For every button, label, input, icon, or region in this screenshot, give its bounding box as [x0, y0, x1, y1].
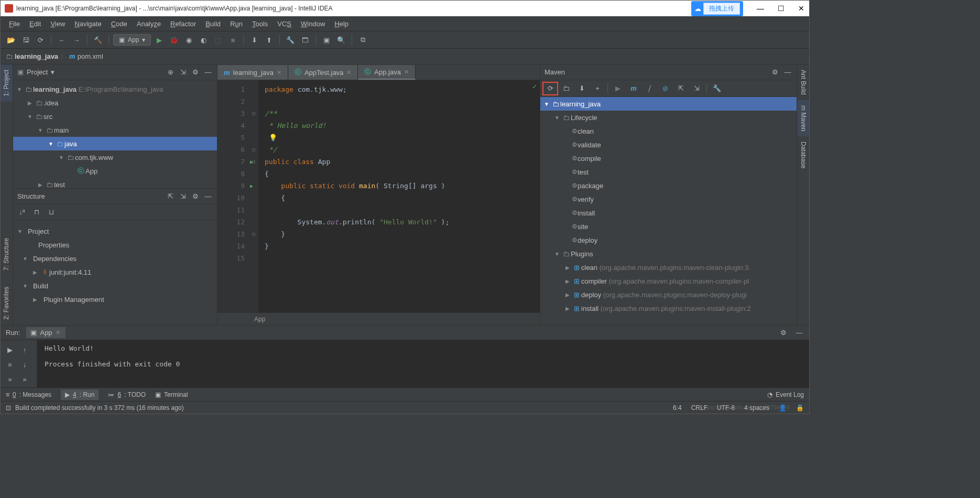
tree-row-idea[interactable]: ▶ 🗀 .idea: [13, 96, 217, 110]
tree-row-main[interactable]: ▼ 🗀 main: [13, 123, 217, 137]
run-button[interactable]: ▶: [153, 34, 166, 46]
close-tab-icon[interactable]: ✕: [277, 69, 281, 76]
expand-all-button[interactable]: ⇲: [178, 68, 188, 77]
menu-analyze[interactable]: Analyze: [133, 18, 165, 30]
hide-panel-button[interactable]: —: [203, 68, 213, 77]
vcs-commit-button[interactable]: ⬆: [263, 34, 275, 46]
scroll-down-button[interactable]: ↓: [18, 358, 31, 371]
expand-arrow-icon[interactable]: ▼: [553, 251, 561, 257]
maven-plugin-deploy[interactable]: ▶⊞ deploy (org.apache.maven.plugins:mave…: [540, 288, 797, 301]
run-tab[interactable]: ▶ 4: Run: [61, 389, 99, 400]
expand-arrow-icon[interactable]: ▼: [23, 256, 30, 262]
rerun-button[interactable]: ▶: [4, 343, 16, 356]
lock-indicator[interactable]: 🔒: [796, 404, 804, 412]
expand-arrow-icon[interactable]: ▼: [47, 141, 55, 147]
maven-tool-tab[interactable]: m Maven: [797, 100, 809, 136]
maven-goal-package[interactable]: ⚙ package: [540, 179, 797, 192]
nav-file[interactable]: m pom.xml: [69, 52, 103, 60]
close-run-tab-icon[interactable]: ✕: [56, 329, 60, 336]
status-icon[interactable]: ⊡: [6, 404, 11, 412]
expand-arrow-icon[interactable]: ▶: [36, 182, 45, 188]
todo-tab[interactable]: ≔ 6: TODO: [108, 391, 146, 398]
maven-tree[interactable]: ▼ 🗀 learning_java ▼ 🗀 Lifecycle ⚙ clean⚙…: [540, 97, 797, 325]
panel-settings-button[interactable]: ⚙: [191, 68, 200, 77]
expand-arrow-icon[interactable]: ▶: [563, 265, 572, 270]
expand-arrow-icon[interactable]: ▶: [33, 269, 40, 275]
expand-arrow-icon[interactable]: ▶: [563, 292, 572, 298]
panel-settings-button[interactable]: ⚙: [779, 328, 788, 338]
skip-tests-button[interactable]: ⊘: [657, 82, 673, 95]
project-panel-title[interactable]: ▣ Project ▾: [17, 68, 166, 76]
struct-dependencies[interactable]: ▼ Dependencies: [17, 252, 213, 265]
show-button[interactable]: ⊔: [47, 207, 56, 216]
tree-row-java[interactable]: ▼ 🗀 java: [13, 137, 217, 150]
debug-button[interactable]: 🐞: [168, 34, 180, 46]
maven-goal-validate[interactable]: ⚙ validate: [540, 138, 797, 151]
maven-settings-wrench-button[interactable]: 🔧: [709, 82, 725, 95]
menu-help[interactable]: Help: [330, 18, 353, 30]
messages-tab[interactable]: ≡ 0: Messages: [6, 391, 51, 398]
download-sources-button[interactable]: ⬇: [574, 82, 590, 95]
search-everywhere-button[interactable]: 🔍: [335, 34, 347, 46]
run-maven-build-button[interactable]: ▶: [610, 82, 626, 95]
collapse-all-button[interactable]: ⇱: [673, 82, 689, 95]
maven-goal-verify[interactable]: ⚙ verify: [540, 192, 797, 206]
maven-goal-deploy[interactable]: ⚙ deploy: [540, 233, 797, 247]
settings-wrench-button[interactable]: 🔧: [284, 34, 297, 46]
menu-tools[interactable]: Tools: [248, 18, 272, 30]
expand-arrow-icon[interactable]: ▼: [17, 229, 25, 234]
build-project-button[interactable]: 🔨: [92, 34, 104, 46]
expand-arrow-icon[interactable]: ▼: [23, 283, 30, 289]
tab-learning-java[interactable]: m learning_java ✕: [217, 65, 288, 80]
generate-sources-button[interactable]: 🗀: [558, 82, 574, 95]
expand-arrow-icon[interactable]: ▶: [26, 100, 34, 106]
expand-arrow-icon[interactable]: ▶: [33, 297, 40, 302]
open-file-button[interactable]: 📂: [5, 34, 17, 46]
coverage-button[interactable]: ◉: [182, 34, 195, 46]
tab-apptest[interactable]: ⓒ AppTest.java ✕: [288, 65, 358, 80]
run-main-gutter-icon[interactable]: ▶: [250, 180, 253, 192]
terminal-tab[interactable]: ▣ Terminal: [155, 391, 188, 398]
expand-arrow-icon[interactable]: ▼: [36, 127, 45, 133]
more-button-2[interactable]: »: [18, 373, 31, 385]
more-button[interactable]: »: [4, 373, 16, 385]
expand-arrow-icon[interactable]: ▼: [542, 101, 551, 107]
minimize-button[interactable]: ―: [757, 5, 764, 12]
menu-refactor[interactable]: Refactor: [166, 18, 200, 30]
menu-view[interactable]: View: [46, 18, 69, 30]
tree-row-test[interactable]: ▶ 🗀 test: [13, 178, 217, 188]
stop-button[interactable]: ■: [4, 358, 16, 371]
plugins-button[interactable]: ⧉: [356, 34, 369, 46]
database-tool-tab[interactable]: Database: [797, 136, 809, 174]
expand-arrow-icon[interactable]: ▼: [57, 155, 66, 160]
run-gutter[interactable]: ▶▶: [250, 83, 253, 192]
close-window-button[interactable]: ✕: [798, 5, 805, 12]
menu-edit[interactable]: Edit: [25, 18, 45, 30]
struct-build[interactable]: ▼ Build: [17, 279, 213, 293]
favorites-tool-tab[interactable]: 2: Favorites: [1, 282, 13, 325]
forward-button[interactable]: →: [70, 34, 83, 46]
select-opened-file-button[interactable]: ⊕: [166, 68, 175, 77]
structure-tree[interactable]: ▼ Project Properties ▼ Dependencies ▶ ⦀ …: [13, 220, 217, 325]
close-tab-icon[interactable]: ✕: [404, 69, 409, 75]
struct-project[interactable]: ▼ Project: [17, 224, 213, 238]
expand-arrow-icon[interactable]: ▼: [15, 86, 24, 92]
scroll-up-button[interactable]: ↑: [18, 343, 31, 356]
maven-goal-compile[interactable]: ⚙ compile: [540, 151, 797, 165]
intention-bulb-icon[interactable]: 💡: [269, 134, 277, 142]
ant-tool-tab[interactable]: Ant Build: [797, 64, 809, 100]
project-tree[interactable]: ▼ 🗀 learning_java E:\ProgramBc\learning_…: [13, 80, 217, 188]
maximize-button[interactable]: ☐: [777, 5, 785, 12]
tree-row-package[interactable]: ▼ 🗀 com.tjk.www: [13, 150, 217, 164]
filter-button[interactable]: ⊓: [32, 207, 41, 216]
panel-settings-button[interactable]: ⚙: [191, 191, 200, 201]
menu-run[interactable]: Run: [226, 18, 247, 30]
maven-goal-test[interactable]: ⚙ test: [540, 165, 797, 179]
code-content[interactable]: package com.tjk.www; /** * Hello world! …: [258, 80, 540, 312]
event-log-tab[interactable]: ◔ Event Log: [767, 391, 804, 398]
save-all-button[interactable]: 🖫: [19, 34, 32, 46]
panel-settings-button[interactable]: ⚙: [770, 68, 780, 77]
back-button[interactable]: ←: [56, 34, 68, 46]
collapse-button[interactable]: ⇱: [166, 191, 175, 201]
maven-plugin-clean[interactable]: ▶⊞ clean (org.apache.maven.plugins:maven…: [540, 261, 797, 274]
